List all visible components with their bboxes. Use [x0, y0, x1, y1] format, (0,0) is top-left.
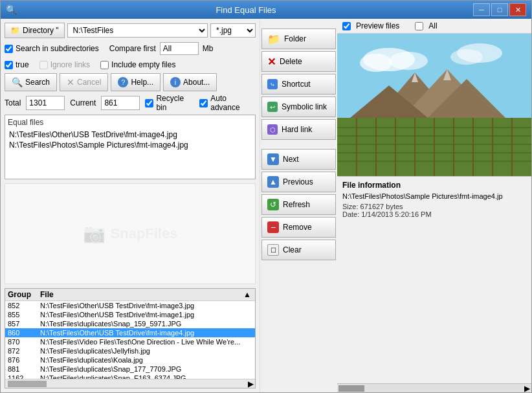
current-label: Current: [70, 98, 96, 107]
do-not-check-links-item: true: [5, 60, 29, 69]
include-empty-label: Include empty files: [111, 60, 175, 69]
table-row[interactable]: 855 N:\TestFiles\Other\USB TestDrive\fmt…: [5, 310, 255, 319]
refresh-icon: ↺: [267, 199, 279, 210]
equal-files-item: N:\TestFiles\Photos\Sample Pictures\fmt-…: [8, 140, 252, 150]
horizontal-scrollbar[interactable]: ▶: [5, 379, 255, 388]
file-info-section: File information N:\TestFiles\Photos\Sam…: [337, 176, 531, 222]
group-cell: 881: [8, 365, 40, 373]
remove-icon: −: [267, 221, 279, 233]
file-cell: N:\TestFiles\duplicates\Koala.jpg: [40, 356, 252, 364]
do-not-check-links-checkbox[interactable]: [5, 61, 13, 69]
file-cell: N:\TestFiles\duplicates\Snap_E163_6374.J…: [40, 374, 252, 379]
include-empty-item: Include empty files: [100, 60, 175, 69]
file-cell: N:\TestFiles\Video Files\Test\One Direct…: [40, 338, 252, 346]
file-info-size: Size: 671627 bytes: [342, 203, 526, 210]
equal-files-panel: Equal files N:\TestFiles\Other\USB TestD…: [5, 115, 256, 179]
shortcut-button[interactable]: ⤷ Shortcut: [261, 74, 336, 95]
folder-button[interactable]: 📁 Folder: [261, 28, 336, 49]
col-file-header: File: [40, 290, 243, 299]
table-row[interactable]: 1162 N:\TestFiles\duplicates\Snap_E163_6…: [5, 374, 255, 379]
right-panel: Preview files All: [337, 19, 531, 392]
scroll-up-arrow[interactable]: ▲: [243, 290, 252, 299]
table-row[interactable]: 872 N:\TestFiles\duplicates\Jellyfish.jp…: [5, 346, 255, 355]
help-button[interactable]: ? Help...: [111, 73, 161, 91]
remove-label: Remove: [283, 223, 312, 232]
bottom-scrollbar[interactable]: ▶: [337, 383, 531, 392]
symbolic-link-button[interactable]: ↩ Symbolic link: [261, 96, 336, 117]
table-row[interactable]: 870 N:\TestFiles\Video Files\Test\One Di…: [5, 337, 255, 346]
clear-button[interactable]: ☐ Clear: [261, 240, 336, 260]
remove-button[interactable]: − Remove: [261, 217, 336, 238]
table-row[interactable]: 876 N:\TestFiles\duplicates\Koala.jpg: [5, 355, 255, 365]
bottom-scroll-thumb[interactable]: [338, 385, 364, 392]
directory-row: 📁 Directory " N:\TestFiles *.jpg: [5, 23, 256, 38]
table-row[interactable]: 857 N:\TestFiles\duplicates\Snap_159_597…: [5, 319, 255, 328]
file-info-path: N:\TestFiles\Photos\Sample Pictures\fmt-…: [342, 192, 526, 200]
table-row[interactable]: 860 N:\TestFiles\Other\USB TestDrive\fmt…: [5, 328, 255, 337]
current-input[interactable]: [101, 96, 140, 110]
options-row2: true Ignore links Include empty files: [5, 59, 256, 71]
file-cell: N:\TestFiles\duplicates\Jellyfish.jpg: [40, 347, 252, 355]
group-cell: 855: [8, 311, 40, 319]
help-icon: ?: [118, 77, 128, 87]
table-row[interactable]: 881 N:\TestFiles\duplicates\Snap_177_770…: [5, 365, 255, 374]
clear-label: Clear: [283, 245, 302, 254]
next-label: Next: [283, 155, 299, 164]
extension-combo[interactable]: *.jpg: [210, 23, 256, 38]
refresh-button[interactable]: ↺ Refresh: [261, 194, 336, 215]
preview-files-checkbox[interactable]: [342, 22, 351, 30]
delete-button[interactable]: ✕ Delete: [261, 51, 336, 72]
total-input[interactable]: [26, 96, 65, 110]
ignore-links-checkbox[interactable]: [39, 61, 48, 69]
delete-btn-label: Delete: [280, 57, 302, 66]
h-scroll-thumb[interactable]: [8, 381, 47, 387]
preview-all-checkbox[interactable]: [415, 22, 423, 30]
close-button[interactable]: ✕: [509, 3, 526, 16]
scroll-right-arrow[interactable]: ▶: [246, 379, 255, 388]
file-cell: N:\TestFiles\duplicates\Snap_159_5971.JP…: [40, 320, 252, 328]
main-content: 📁 Directory " N:\TestFiles *.jpg Search …: [1, 19, 531, 392]
recycle-bin-label: Recycle bin: [156, 94, 194, 112]
group-cell: 860: [8, 329, 40, 337]
refresh-label: Refresh: [283, 200, 310, 209]
include-empty-checkbox[interactable]: [100, 61, 109, 69]
preview-image-area: [337, 34, 531, 176]
auto-advance-checkbox[interactable]: [199, 99, 208, 107]
auto-advance-item: Auto advance: [199, 94, 256, 112]
scroll-right-btn[interactable]: ▶: [524, 384, 531, 393]
file-info-label: File information: [342, 181, 526, 190]
recycle-bin-checkbox[interactable]: [145, 99, 153, 107]
preview-header: Preview files All: [337, 19, 531, 34]
folder-icon: 📁: [10, 26, 20, 35]
previous-button[interactable]: ▲ Previous: [261, 172, 336, 192]
minimize-button[interactable]: ─: [473, 3, 490, 16]
middle-buttons-section: 📁 Folder ✕ Delete ⤷ Shortcut ↩ Symbolic …: [260, 19, 337, 392]
about-button[interactable]: i About...: [163, 73, 217, 91]
directory-button[interactable]: 📁 Directory ": [5, 23, 65, 38]
ignore-links-item: Ignore links: [39, 60, 90, 69]
directory-combo[interactable]: N:\TestFiles: [67, 23, 208, 38]
equal-files-label: Equal files: [8, 118, 252, 127]
delete-btn-icon: ✕: [267, 56, 276, 68]
next-icon: ▼: [267, 153, 279, 165]
table-row[interactable]: 852 N:\TestFiles\Other\USB TestDrive\fmt…: [5, 301, 255, 310]
snap-icon: 📷: [83, 223, 105, 244]
preview-svg: [337, 34, 531, 176]
cancel-button[interactable]: ✕ Cancel: [60, 73, 108, 91]
next-button[interactable]: ▼ Next: [261, 149, 336, 170]
total-label: Total: [5, 98, 21, 107]
svg-point-2: [360, 54, 392, 72]
compare-first-input[interactable]: [160, 42, 199, 55]
group-cell: 857: [8, 320, 40, 328]
preview-files-label: Preview files: [356, 21, 399, 30]
preview-all-label: All: [428, 21, 437, 30]
folder-btn-label: Folder: [284, 34, 306, 43]
search-subdirs-checkbox[interactable]: [5, 45, 13, 53]
options-row1: Search in subdirectories Compare first M…: [5, 41, 256, 56]
file-list-body[interactable]: 852 N:\TestFiles\Other\USB TestDrive\fmt…: [5, 301, 255, 379]
shortcut-btn-label: Shortcut: [282, 80, 311, 89]
hard-link-button[interactable]: ⬡ Hard link: [261, 119, 336, 140]
main-window: 🔍 Find Equal Files ─ □ ✕ 📁 Directory " N…: [0, 0, 532, 393]
search-button[interactable]: 🔍 Search: [5, 73, 57, 91]
maximize-button[interactable]: □: [491, 3, 508, 16]
